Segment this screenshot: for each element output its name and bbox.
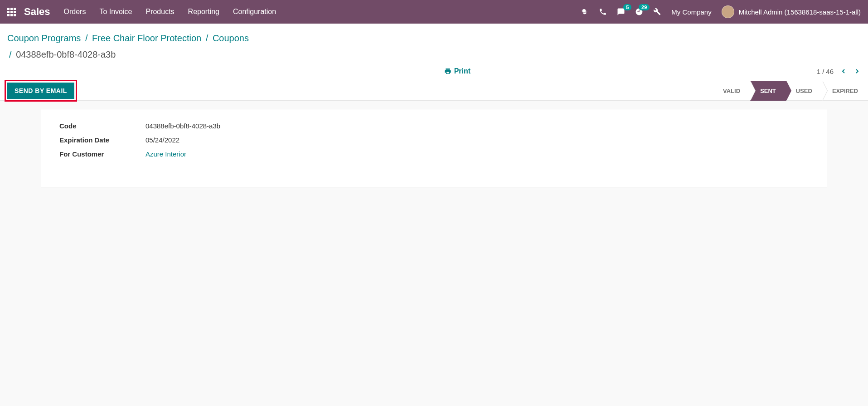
apps-icon[interactable] bbox=[7, 8, 16, 16]
avatar bbox=[722, 5, 734, 18]
field-value-customer[interactable]: Azure Interior bbox=[145, 150, 186, 158]
nav-menu: Orders To Invoice Products Reporting Con… bbox=[64, 8, 276, 16]
app-name[interactable]: Sales bbox=[24, 6, 50, 18]
status-expired[interactable]: EXPIRED bbox=[822, 81, 868, 101]
control-panel: Coupon Programs / Free Chair Floor Prote… bbox=[0, 24, 868, 81]
pager-total: 46 bbox=[826, 68, 834, 75]
content: Code 04388efb-0bf8-4028-a3b Expiration D… bbox=[0, 101, 868, 196]
pager-current: 1 bbox=[817, 68, 820, 75]
print-icon bbox=[444, 68, 451, 75]
breadcrumb-link[interactable]: Free Chair Floor Protection bbox=[92, 33, 201, 43]
status-chain: VALID SENT USED EXPIRED bbox=[713, 81, 868, 101]
field-label-customer: For Customer bbox=[59, 150, 145, 158]
field-value-expiry: 05/24/2022 bbox=[145, 136, 179, 144]
nav-to-invoice[interactable]: To Invoice bbox=[99, 8, 132, 16]
activity-badge: 29 bbox=[639, 4, 650, 10]
breadcrumb: Coupon Programs / Free Chair Floor Prote… bbox=[7, 30, 861, 63]
bug-icon[interactable] bbox=[581, 8, 589, 16]
nav-orders[interactable]: Orders bbox=[64, 8, 86, 16]
field-row: Expiration Date 05/24/2022 bbox=[59, 136, 809, 144]
field-row: For Customer Azure Interior bbox=[59, 150, 809, 158]
status-used[interactable]: USED bbox=[786, 81, 822, 101]
breadcrumb-current: 04388efb-0bf8-4028-a3b bbox=[16, 49, 116, 59]
phone-icon[interactable] bbox=[599, 8, 607, 16]
topbar: Sales Orders To Invoice Products Reporti… bbox=[0, 0, 868, 24]
breadcrumb-link[interactable]: Coupons bbox=[213, 33, 249, 43]
highlight-box: SEND BY EMAIL bbox=[5, 80, 77, 102]
nav-configuration[interactable]: Configuration bbox=[233, 8, 276, 16]
form-sheet: Code 04388efb-0bf8-4028-a3b Expiration D… bbox=[41, 109, 827, 187]
print-button[interactable]: Print bbox=[444, 67, 470, 75]
topbar-right: 5 29 My Company Mitchell Admin (15638618… bbox=[581, 5, 861, 18]
status-bar: SEND BY EMAIL VALID SENT USED EXPIRED bbox=[0, 81, 868, 101]
tools-icon[interactable] bbox=[653, 8, 661, 16]
company-selector[interactable]: My Company bbox=[671, 8, 711, 16]
pager-prev-icon[interactable] bbox=[840, 68, 847, 75]
nav-reporting[interactable]: Reporting bbox=[188, 8, 219, 16]
breadcrumb-link[interactable]: Coupon Programs bbox=[7, 33, 81, 43]
status-valid[interactable]: VALID bbox=[713, 81, 750, 101]
field-row: Code 04388efb-0bf8-4028-a3b bbox=[59, 122, 809, 130]
field-label-expiry: Expiration Date bbox=[59, 136, 145, 144]
activity-icon[interactable]: 29 bbox=[635, 8, 643, 16]
user-menu[interactable]: Mitchell Admin (15638618-saas-15-1-all) bbox=[722, 5, 861, 18]
pager-next-icon[interactable] bbox=[853, 68, 861, 75]
field-label-code: Code bbox=[59, 122, 145, 130]
messaging-icon[interactable]: 5 bbox=[617, 8, 625, 16]
nav-products[interactable]: Products bbox=[145, 8, 174, 16]
messaging-badge: 5 bbox=[623, 4, 631, 10]
send-by-email-button[interactable]: SEND BY EMAIL bbox=[7, 83, 74, 99]
field-value-code: 04388efb-0bf8-4028-a3b bbox=[145, 122, 220, 130]
pager: 1 / 46 bbox=[817, 68, 861, 75]
user-name: Mitchell Admin (15638618-saas-15-1-all) bbox=[739, 8, 861, 16]
